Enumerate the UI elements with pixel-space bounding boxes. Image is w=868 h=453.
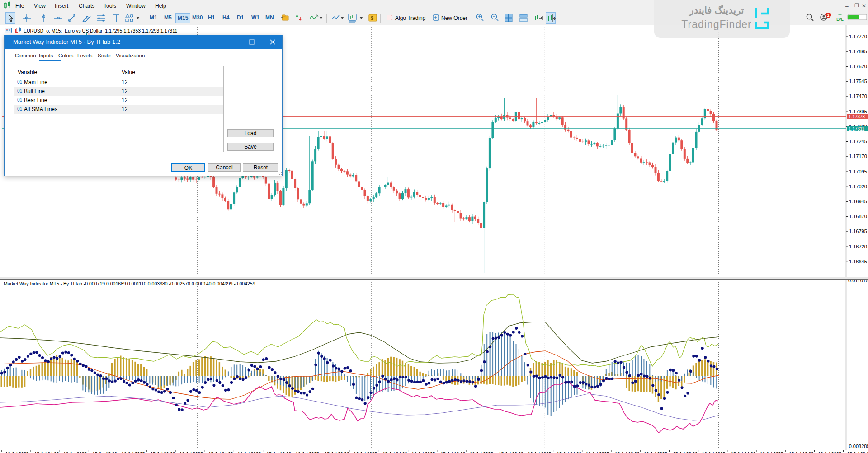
svg-text:LVL: LVL bbox=[836, 17, 843, 22]
svg-text:1.17245: 1.17245 bbox=[849, 139, 867, 144]
svg-text:TradingFinder: TradingFinder bbox=[681, 19, 751, 30]
svg-text:1.17170: 1.17170 bbox=[849, 154, 867, 159]
svg-text:1.17395: 1.17395 bbox=[849, 109, 867, 114]
svg-text:1.16870: 1.16870 bbox=[849, 214, 867, 219]
svg-text:1.17470: 1.17470 bbox=[849, 93, 867, 99]
svg-text:1.16720: 1.16720 bbox=[849, 244, 867, 249]
svg-text:1.17095: 1.17095 bbox=[849, 169, 867, 174]
svg-text:1.17373: 1.17373 bbox=[849, 114, 865, 119]
svg-text:1.17545: 1.17545 bbox=[849, 79, 867, 84]
svg-text:1.17770: 1.17770 bbox=[849, 34, 867, 39]
svg-text:تریدینگ فایندر: تریدینگ فایندر bbox=[689, 5, 744, 16]
svg-text:1.16945: 1.16945 bbox=[849, 199, 867, 204]
svg-text:1.16645: 1.16645 bbox=[849, 259, 867, 264]
svg-text:1.17620: 1.17620 bbox=[849, 64, 867, 69]
svg-text:1.17695: 1.17695 bbox=[849, 49, 867, 54]
svg-text:1.17311: 1.17311 bbox=[849, 126, 865, 131]
svg-text:1.16795: 1.16795 bbox=[849, 229, 867, 234]
svg-text:1.17020: 1.17020 bbox=[849, 184, 867, 189]
svg-text:-0.008285: -0.008285 bbox=[847, 444, 868, 449]
svg-text:1: 1 bbox=[827, 13, 829, 18]
